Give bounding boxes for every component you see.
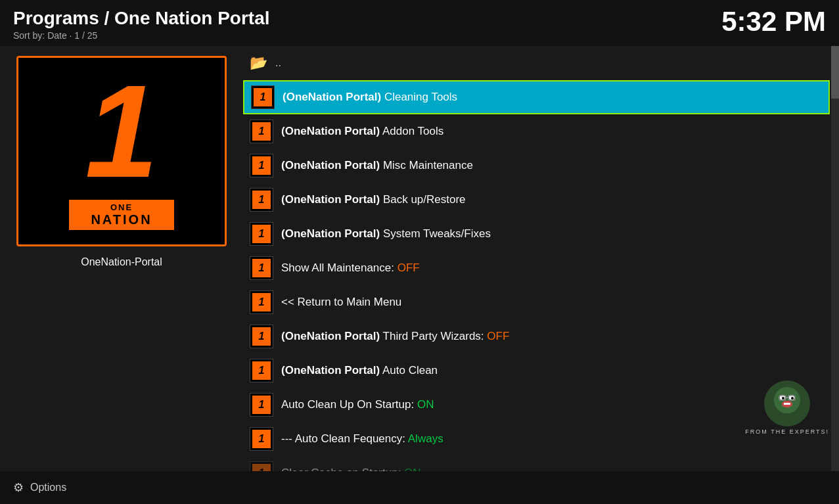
options-label: Options (30, 482, 66, 493)
svg-rect-6 (784, 403, 790, 405)
list-item[interactable]: 1 (OneNation Portal) Auto Clean (243, 354, 830, 388)
item-icon-inner: 1 (254, 88, 272, 106)
item-icon-inner: 1 (252, 293, 271, 311)
item-icon-inner: 1 (252, 259, 271, 277)
svg-point-4 (791, 397, 794, 400)
logo-nation-text: NATION (91, 212, 152, 227)
breadcrumb: Programs / One Nation Portal (13, 8, 270, 29)
addon-label: OneNation-Portal (81, 256, 162, 268)
item-text: (OneNation Portal) Back up/Restore (281, 193, 466, 206)
left-panel: 1 ONE NATION OneNation-Portal (0, 46, 243, 471)
back-text: .. (275, 57, 281, 69)
item-icon: 1 (250, 290, 273, 314)
item-icon-inner: 1 (252, 464, 271, 471)
back-item[interactable]: 📂 .. (243, 46, 830, 80)
item-icon: 1 (250, 256, 273, 280)
item-icon-inner: 1 (252, 191, 271, 209)
options-icon: ⚙ (13, 480, 24, 495)
item-icon: 1 (250, 188, 273, 212)
experts-text: FROM THE EXPERTS! (745, 428, 829, 435)
list-item[interactable]: 1 (OneNation Portal) Addon Tools (243, 114, 830, 149)
item-icon: 1 (251, 85, 275, 109)
item-icon: 1 (250, 393, 273, 417)
item-icon: 1 (250, 120, 273, 143)
list-item[interactable]: 1 (OneNation Portal) Back up/Restore (243, 183, 830, 217)
onenation-logo: 1 ONE NATION (43, 66, 200, 237)
item-text: (OneNation Portal) System Tweaks/Fixes (281, 227, 491, 241)
item-text: Clear Cache on Startup: ON (281, 467, 421, 471)
item-text: Auto Clean Up On Startup: ON (281, 398, 434, 411)
right-panel: 📂 .. 1 (OneNation Portal) Cleaning Tools… (243, 46, 839, 471)
svg-point-3 (782, 397, 784, 400)
logo-text-box: ONE NATION (69, 200, 174, 230)
item-icon: 1 (250, 154, 273, 177)
item-icon-inner: 1 (252, 361, 271, 380)
main-content: 1 ONE NATION OneNation-Portal 📂 .. 1 (0, 46, 839, 471)
item-icon: 1 (250, 427, 273, 451)
list-item[interactable]: 1 (OneNation Portal) System Tweaks/Fixes (243, 217, 830, 251)
list-item[interactable]: 1 (OneNation Portal) Cleaning Tools (243, 80, 830, 114)
item-icon: 1 (250, 222, 273, 246)
item-text: (OneNation Portal) Misc Maintenance (281, 159, 473, 172)
sort-info: Sort by: Date · 1 / 25 (13, 30, 270, 41)
scrollbar-track[interactable] (831, 46, 839, 471)
item-icon-inner: 1 (252, 122, 271, 141)
back-arrow-icon: 📂 (250, 55, 267, 72)
addon-image-inner: 1 ONE NATION (18, 58, 225, 244)
list-item[interactable]: 1 --- Auto Clean Fequency: Always (243, 422, 830, 456)
item-text: << Return to Main Menu (281, 296, 401, 309)
item-icon: 1 (250, 359, 273, 382)
item-icon: 1 (250, 325, 273, 348)
list-item[interactable]: 1 Auto Clean Up On Startup: ON (243, 388, 830, 422)
header: Programs / One Nation Portal Sort by: Da… (0, 0, 839, 46)
logo-number: 1 (85, 66, 158, 197)
item-text: --- Auto Clean Fequency: Always (281, 432, 443, 446)
item-icon-inner: 1 (252, 396, 271, 414)
item-text: Show All Maintenance: OFF (281, 262, 420, 275)
scrollbar-thumb[interactable] (831, 46, 839, 99)
header-left: Programs / One Nation Portal Sort by: Da… (13, 8, 270, 41)
logo-one-text: ONE (110, 202, 133, 212)
footer: ⚙ Options (0, 471, 839, 504)
list-item[interactable]: 1 (OneNation Portal) Third Party Wizards… (243, 319, 830, 354)
item-text: (OneNation Portal) Auto Clean (281, 364, 438, 377)
list-item[interactable]: 1 Clear Cache on Startup: ON (243, 456, 830, 471)
addon-artwork: 1 ONE NATION (16, 56, 227, 246)
mascot-svg (771, 386, 804, 422)
item-icon-inner: 1 (252, 225, 271, 243)
list-item[interactable]: 1 << Return to Main Menu (243, 285, 830, 319)
item-text: (OneNation Portal) Third Party Wizards: … (281, 330, 509, 343)
options-button[interactable]: ⚙ Options (13, 480, 66, 495)
item-icon: 1 (250, 461, 273, 471)
experts-mascot-icon (764, 380, 810, 426)
item-text: (OneNation Portal) Addon Tools (281, 125, 443, 138)
item-icon-inner: 1 (252, 327, 271, 346)
item-icon-inner: 1 (252, 430, 271, 448)
svg-point-0 (774, 387, 800, 413)
experts-logo: FROM THE EXPERTS! (745, 380, 829, 435)
item-icon-inner: 1 (252, 156, 271, 175)
list-item[interactable]: 1 (OneNation Portal) Misc Maintenance (243, 149, 830, 183)
item-text: (OneNation Portal) Cleaning Tools (283, 91, 457, 104)
list-item[interactable]: 1 Show All Maintenance: OFF (243, 251, 830, 285)
clock: 5:32 PM (721, 8, 826, 35)
